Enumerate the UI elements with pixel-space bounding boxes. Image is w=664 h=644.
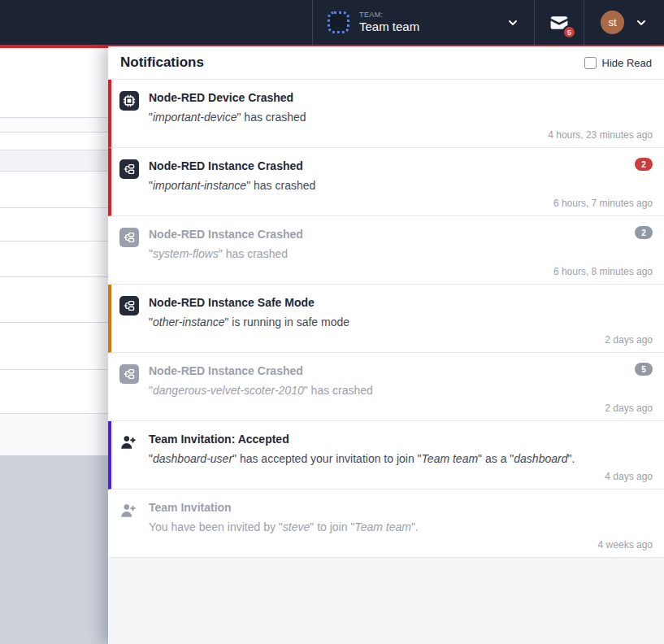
team-name: Team team	[359, 20, 419, 35]
notification-timestamp: 6 hours, 7 minutes ago	[553, 198, 653, 209]
team-selector[interactable]: TEAM: Team team	[312, 0, 534, 45]
instance-icon	[119, 364, 139, 384]
page-title: Notifications	[120, 54, 204, 71]
hide-read-checkbox[interactable]	[584, 57, 597, 69]
notification-item[interactable]: Node-RED Device Crashed "important-devic…	[108, 80, 664, 148]
notification-count-badge: 5	[635, 363, 653, 376]
notification-icon-wrap	[119, 432, 141, 481]
notification-timestamp: 2 days ago	[605, 402, 653, 414]
notification-icon-wrap	[119, 295, 141, 344]
avatar: st	[601, 11, 624, 34]
user-add-icon	[119, 433, 137, 451]
notification-icon-wrap	[119, 227, 141, 276]
notification-content: Node-RED Instance Safe Mode "other-insta…	[149, 295, 653, 344]
notification-timestamp: 4 days ago	[605, 471, 653, 482]
chevron-down-icon	[506, 16, 519, 29]
notification-list: Node-RED Device Crashed "important-devic…	[108, 80, 664, 644]
instance-icon	[119, 159, 139, 179]
notification-title: Node-RED Instance Safe Mode	[149, 296, 653, 309]
chevron-down-icon	[635, 16, 648, 29]
unread-count-badge: 5	[562, 25, 576, 39]
notification-icon-wrap	[119, 500, 141, 549]
navbar-spacer	[0, 0, 312, 45]
notification-title: Node-RED Instance Crashed	[149, 159, 653, 172]
team-text: TEAM: Team team	[359, 11, 419, 35]
notification-icon-wrap	[119, 159, 141, 207]
notification-body: "other-instance" is running in safe mode	[149, 315, 653, 329]
notification-item[interactable]: Node-RED Instance Crashed "dangerous-vel…	[108, 353, 664, 421]
device-icon	[119, 91, 139, 111]
notification-content: Node-RED Instance Crashed "dangerous-vel…	[149, 363, 653, 412]
notification-timestamp: 2 days ago	[605, 334, 653, 346]
user-add-icon	[119, 502, 137, 520]
notification-timestamp: 4 weeks ago	[598, 539, 653, 550]
top-navbar: TEAM: Team team 5 st	[0, 0, 664, 45]
notification-item[interactable]: Node-RED Instance Crashed "important-ins…	[108, 148, 664, 216]
notification-title: Team Invitation	[149, 501, 653, 514]
notification-timestamp: 4 hours, 23 minutes ago	[548, 129, 653, 141]
notification-item[interactable]: Node-RED Instance Safe Mode "other-insta…	[108, 285, 664, 353]
notification-title: Node-RED Instance Crashed	[149, 228, 653, 241]
team-avatar-icon	[328, 11, 349, 33]
notification-content: Team Invitation: Accepted "dashboard-use…	[149, 432, 653, 481]
hide-read-label: Hide Read	[602, 57, 652, 69]
notification-title: Node-RED Device Crashed	[149, 91, 653, 104]
notifications-header: Notifications Hide Read	[108, 46, 664, 80]
notification-content: Team Invitation You have been invited by…	[149, 500, 653, 549]
team-label: TEAM:	[359, 11, 419, 20]
notification-icon-wrap	[119, 363, 141, 412]
notifications-drawer: Notifications Hide Read Node-RED Device …	[108, 46, 664, 644]
notification-timestamp: 6 hours, 8 minutes ago	[553, 266, 653, 277]
notification-body: "system-flows" has crashed	[149, 247, 653, 260]
notification-body: "dashboard-user" has accepted your invit…	[149, 452, 653, 465]
notification-count-badge: 2	[635, 226, 653, 239]
instance-icon	[119, 228, 139, 247]
notification-count-badge: 2	[635, 158, 653, 171]
hide-read-toggle[interactable]: Hide Read	[584, 57, 652, 69]
notification-title: Node-RED Instance Crashed	[149, 364, 653, 377]
notifications-inbox-button[interactable]: 5	[534, 0, 584, 45]
notification-body: You have been invited by "steve" to join…	[149, 520, 653, 533]
notification-body: "important-device" has crashed	[149, 111, 653, 124]
notification-item[interactable]: Team Invitation You have been invited by…	[108, 490, 664, 558]
instance-icon	[119, 296, 139, 315]
notification-icon-wrap	[119, 90, 141, 139]
notification-body: "dangerous-velvet-scoter-2010" has crash…	[149, 384, 653, 397]
notification-title: Team Invitation: Accepted	[149, 433, 653, 446]
notification-body: "important-instance" has crashed	[149, 179, 653, 192]
notification-item[interactable]: Team Invitation: Accepted "dashboard-use…	[108, 421, 664, 490]
user-menu[interactable]: st	[584, 0, 664, 45]
notification-item[interactable]: Node-RED Instance Crashed "system-flows"…	[108, 216, 664, 285]
